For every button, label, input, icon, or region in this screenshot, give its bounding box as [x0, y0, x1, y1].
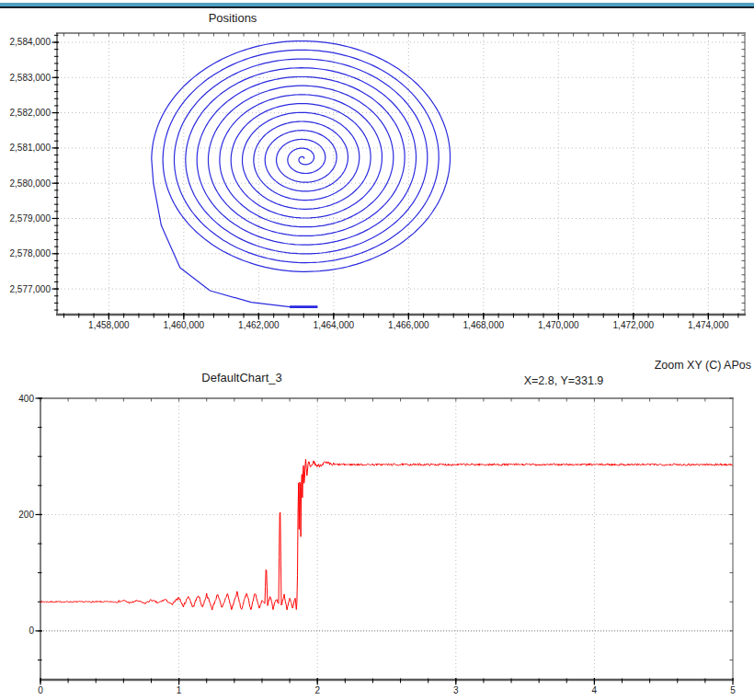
defaultchart3-signal-trace	[40, 459, 733, 610]
chart2-corner-label: Zoom XY (C) APos	[655, 359, 751, 372]
y-tick-label: 2,581,000	[10, 143, 51, 153]
x-tick-label: 1,466,000	[388, 320, 429, 330]
x-tick-label: 5	[730, 685, 736, 695]
chart1-title: Positions	[209, 11, 257, 25]
x-tick-label: 4	[592, 685, 598, 695]
y-tick-label: 2,580,000	[10, 178, 51, 189]
x-tick-label: 1	[177, 685, 182, 695]
x-tick-label: 1,468,000	[463, 320, 505, 330]
x-tick-label: 1,458,000	[88, 320, 130, 330]
chart2-cursor-readout: X=2.8, Y=331.9	[524, 374, 604, 387]
y-tick-label: 2,584,000	[10, 37, 51, 47]
y-tick-label: 2,578,000	[10, 248, 51, 258]
x-tick-label: 2	[314, 685, 320, 695]
positions-plot: 2,577,0002,578,0002,579,0002,580,0002,58…	[10, 33, 747, 330]
y-tick-label: 2,583,000	[10, 73, 51, 83]
y-tick-label: 200	[18, 510, 34, 520]
x-tick-label: 1,474,000	[688, 320, 729, 330]
defaultchart3-plot: 0200400012345	[18, 394, 736, 696]
x-tick-label: 1,464,000	[314, 320, 355, 330]
x-tick-label: 3	[453, 685, 459, 695]
positions-spiral-trace	[152, 41, 451, 307]
y-tick-label: 2,582,000	[10, 108, 51, 118]
chart2-title: DefaultChart_3	[201, 371, 281, 384]
y-tick-label: 2,579,000	[10, 213, 51, 224]
y-tick-label: 2,577,000	[10, 284, 51, 294]
charts-canvas[interactable]: 2,577,0002,578,0002,579,0002,580,0002,58…	[0, 0, 754, 700]
x-tick-label: 1,470,000	[538, 320, 579, 330]
x-tick-label: 0	[38, 685, 43, 695]
x-tick-label: 1,460,000	[164, 320, 205, 330]
x-tick-label: 1,472,000	[613, 320, 655, 330]
x-tick-label: 1,462,000	[238, 320, 280, 330]
y-tick-label: 400	[18, 394, 34, 404]
y-tick-label: 0	[29, 625, 34, 636]
